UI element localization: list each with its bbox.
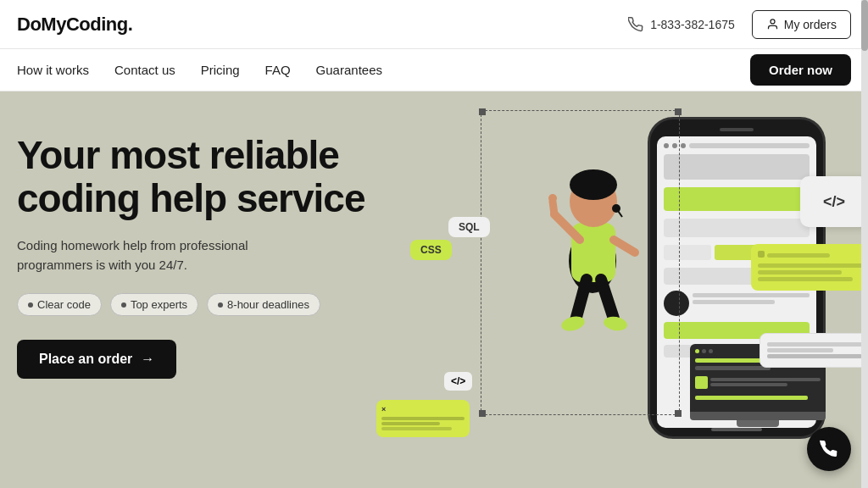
badge-list: Clear code Top experts 8-hour deadlines (17, 293, 373, 316)
phone-number: 1-833-382-1675 (650, 18, 735, 31)
css-tag: CSS (410, 240, 452, 260)
badge-8-hour: 8-hour deadlines (207, 293, 320, 316)
selection-box-phone (481, 110, 680, 415)
scrollbar-thumb[interactable] (861, 0, 868, 51)
phone-icon (628, 17, 643, 32)
hero-title: Your most reliable coding help service (17, 134, 373, 219)
badge-dot (218, 302, 223, 308)
user-icon (766, 18, 779, 30)
laptop-stand (737, 420, 779, 427)
nav-link-how-it-works[interactable]: How it works (17, 63, 89, 77)
order-now-button[interactable]: Order now (750, 54, 851, 86)
nav-link-contact-us[interactable]: Contact us (114, 63, 175, 77)
phone-line (689, 143, 810, 148)
laptop-screen-line (695, 396, 808, 400)
hero-subtitle: Coding homework help from professional p… (17, 236, 288, 274)
hero-illustration: </> (368, 92, 868, 488)
sql-tag: SQL (448, 217, 490, 237)
laptop-screen-line-gray (695, 366, 771, 370)
place-order-button[interactable]: Place an order → (17, 340, 176, 379)
laptop-base (690, 412, 826, 420)
my-orders-button[interactable]: My orders (752, 10, 851, 39)
float-panel-white (760, 333, 868, 368)
code-badge-large: </> (800, 176, 868, 227)
scrollbar[interactable] (861, 0, 868, 488)
hero-section: Your most reliable coding help service C… (0, 92, 868, 488)
nav-link-faq[interactable]: FAQ (265, 63, 291, 77)
top-right-actions: 1-833-382-1675 My orders (628, 10, 851, 39)
nav-bar: How it works Contact us Pricing FAQ Guar… (0, 49, 868, 92)
code-tag-small: </> (444, 372, 472, 391)
badge-dot (28, 302, 33, 308)
nav-link-pricing[interactable]: Pricing (201, 63, 240, 77)
phone-area: 1-833-382-1675 (628, 17, 735, 32)
top-bar: DoMyCoding. 1-833-382-1675 My orders (0, 0, 868, 49)
float-panel-green-1 (751, 244, 868, 291)
nav-links: How it works Contact us Pricing FAQ Guar… (17, 63, 382, 77)
badge-top-experts: Top experts (110, 293, 198, 316)
badge-dot (121, 302, 126, 308)
hero-content: Your most reliable coding help service C… (17, 125, 373, 379)
call-fab-button[interactable] (807, 427, 851, 471)
nav-link-guarantees[interactable]: Guarantees (316, 63, 382, 77)
call-fab-icon (820, 440, 838, 458)
phone-speaker (720, 128, 754, 131)
svg-point-0 (771, 19, 775, 24)
badge-clear-code: Clear code (17, 293, 102, 316)
logo: DoMyCoding. (17, 14, 132, 36)
